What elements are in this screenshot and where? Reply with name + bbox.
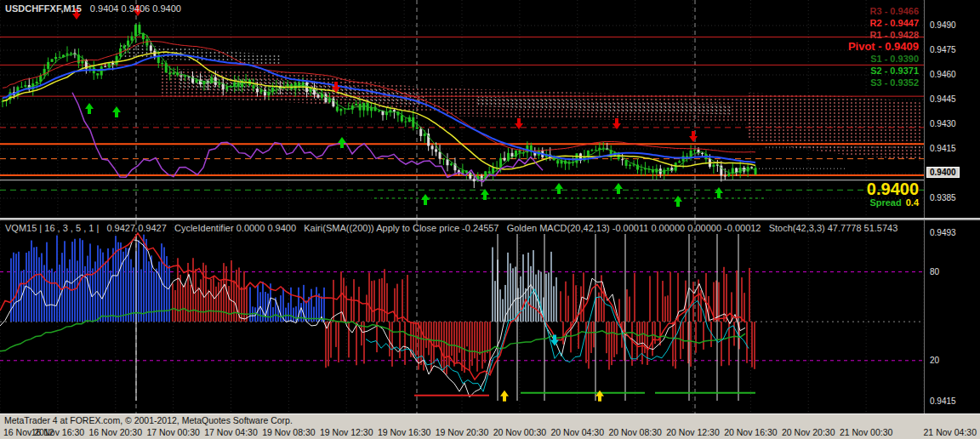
indicator-chart-canvas[interactable]	[0, 220, 924, 413]
time-axis-label: 20 Nov 16:30	[724, 427, 777, 437]
price-tick-label: 0.9460	[930, 70, 956, 79]
time-axis-label: 19 Nov 20:30	[436, 427, 488, 437]
price-tick-label: 0.9415	[930, 144, 956, 153]
time-axis-label: 19 Nov 12:30	[320, 427, 373, 437]
time-axis-label: 21 Nov 00:30	[840, 427, 892, 437]
time-axis-label: 16 Nov 16:30	[31, 427, 84, 437]
quote-values: 0.9404 0.9406 0.9400	[90, 3, 181, 14]
spread-label: Spread	[869, 197, 901, 208]
price-tick-label: 0.9385	[930, 193, 956, 202]
price-axis[interactable]: 0.94900.94750.94600.94450.94300.94150.94…	[924, 0, 980, 218]
pivot-level-label: Pivot - 0.9409	[848, 41, 919, 53]
chart-title: USDCHFFXF,M150.9404 0.9406 0.9400	[5, 3, 181, 14]
time-axis-label: 20 Nov 20:30	[782, 427, 835, 437]
time-axis-label: 20 Nov 04:30	[551, 427, 604, 437]
time-axis-label: 20 Nov 12:30	[666, 427, 719, 437]
time-axis-label: 20 Nov 00:30	[493, 427, 546, 437]
symbol-timeframe-label: USDCHFFXF,M15	[5, 3, 82, 14]
copyright-text: MetaTrader 4 at FOREX.com, © 2001-2012, …	[4, 415, 293, 425]
price-tick-label: 0.9490	[930, 20, 956, 30]
main-chart-canvas[interactable]	[0, 0, 924, 218]
time-axis-label: 17 Nov 04:30	[204, 427, 257, 437]
time-axis-label: 17 Nov 00:30	[146, 427, 199, 437]
pivot-level-label: R1 - 0.9428	[848, 29, 919, 41]
current-price-tag: 0.9400	[926, 167, 960, 178]
mt4-chart-window: USDCHFFXF,M150.9404 0.9406 0.9400 R3 - 0…	[0, 0, 980, 439]
indicator-tick-label: 20	[930, 356, 939, 365]
indicator-tick-label: 0.9415	[930, 396, 956, 406]
price-tick-label: 0.9430	[930, 119, 956, 128]
time-axis-label: 19 Nov 08:30	[262, 427, 315, 437]
time-axis-bar: MetaTrader 4 at FOREX.com, © 2001-2012, …	[0, 413, 980, 439]
pivot-levels-panel: R3 - 0.9466R2 - 0.9447R1 - 0.9428Pivot -…	[848, 5, 919, 88]
price-tick-label: 0.9445	[930, 94, 956, 104]
time-labels-row[interactable]: 16 Nov 201216 Nov 16:3016 Nov 20:3017 No…	[0, 427, 980, 439]
price-tick-label: 0.9475	[930, 45, 956, 54]
window-splitter[interactable]	[0, 218, 980, 220]
pivot-level-label: S3 - 0.9352	[848, 77, 919, 88]
pivot-level-label: S2 - 0.9371	[848, 65, 919, 77]
pivot-level-label: R3 - 0.9466	[848, 5, 919, 17]
time-axis-label: 20 Nov 08:30	[608, 427, 661, 437]
big-price-value: 0.9400	[867, 180, 919, 197]
time-axis-label: 16 Nov 20:30	[89, 427, 142, 437]
pivot-level-label: S1 - 0.9390	[848, 53, 919, 65]
indicator-tick-label: 80	[930, 267, 939, 277]
current-price-display: 0.9400 Spread0.4	[867, 180, 919, 208]
pivot-level-label: R2 - 0.9447	[848, 17, 919, 29]
indicator-axis[interactable]: 0.949380200.9415	[924, 220, 980, 413]
time-axis-label: 19 Nov 16:30	[378, 427, 430, 437]
time-axis-label: 21 Nov 04:30	[924, 427, 977, 437]
spread-value: 0.4	[906, 197, 919, 208]
indicator-tick-label: 0.9493	[930, 228, 956, 237]
indicator-header: VQM15 | 16 , 3 , 5 , 1 | 0.9427 0.9427 C…	[5, 223, 897, 233]
